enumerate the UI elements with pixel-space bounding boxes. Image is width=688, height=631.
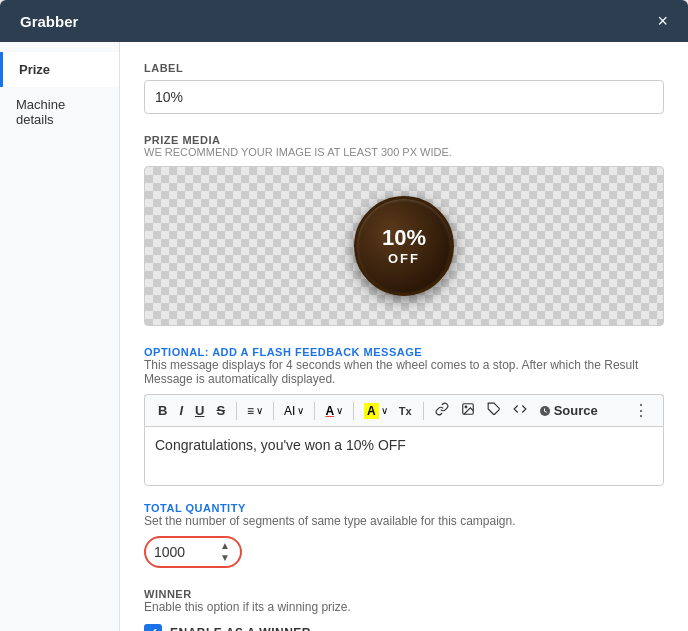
source-button[interactable]: Source xyxy=(534,400,603,421)
clear-format-button[interactable]: Tx xyxy=(394,402,417,420)
embed-icon xyxy=(513,402,527,416)
sidebar: Prize Machine details xyxy=(0,42,120,631)
total-quantity-section: TOTAL QUANTITY Set the number of segment… xyxy=(144,502,664,568)
toolbar-divider-5 xyxy=(423,402,424,420)
total-qty-hint: Set the number of segments of same type … xyxy=(144,514,664,528)
checkmark-icon: ✓ xyxy=(148,626,158,631)
image-icon xyxy=(461,402,475,416)
winner-title: WINNER xyxy=(144,588,664,600)
toolbar-more-button[interactable]: ⋮ xyxy=(627,399,655,422)
prize-media-label: PRIZE MEDIA xyxy=(144,134,664,146)
text-color-dropdown[interactable]: A ∨ xyxy=(321,402,347,420)
quantity-up-button[interactable]: ▲ xyxy=(218,540,232,552)
modal-body: Prize Machine details LABEL PRIZE MEDIA … xyxy=(0,42,688,631)
content-area: LABEL PRIZE MEDIA WE RECOMMEND YOUR IMAG… xyxy=(120,42,688,631)
grabber-modal: Grabber × Prize Machine details LABEL PR… xyxy=(0,0,688,631)
label-section: LABEL xyxy=(144,62,664,114)
puzzle-icon xyxy=(487,402,501,416)
bg-color-dropdown[interactable]: A ∨ xyxy=(360,401,392,421)
flash-feedback-section: OPTIONAL: ADD A FLASH FEEDBACK MESSAGE T… xyxy=(144,346,664,486)
prize-media-hint: WE RECOMMEND YOUR IMAGE IS AT LEAST 300 … xyxy=(144,146,664,158)
total-qty-title: TOTAL QUANTITY xyxy=(144,502,664,514)
badge-off: OFF xyxy=(388,251,420,266)
link-icon xyxy=(435,402,449,416)
badge-percent: 10% xyxy=(382,226,426,250)
sidebar-item-prize[interactable]: Prize xyxy=(0,52,119,87)
winner-section: WINNER Enable this option if its a winni… xyxy=(144,588,664,631)
toolbar-divider-3 xyxy=(314,402,315,420)
image-button[interactable] xyxy=(456,399,480,422)
link-button[interactable] xyxy=(430,399,454,422)
prize-media-section: PRIZE MEDIA WE RECOMMEND YOUR IMAGE IS A… xyxy=(144,134,664,326)
close-button[interactable]: × xyxy=(657,12,668,30)
winner-checkbox[interactable]: ✓ xyxy=(144,624,162,631)
quantity-input-wrap: ▲ ▼ xyxy=(144,536,242,568)
underline-button[interactable]: U xyxy=(190,400,209,421)
editor-body[interactable]: Congratulations, you've won a 10% OFF xyxy=(144,426,664,486)
puzzle-button[interactable] xyxy=(482,399,506,422)
winner-hint: Enable this option if its a winning priz… xyxy=(144,600,664,614)
modal-header: Grabber × xyxy=(0,0,688,42)
label-input[interactable] xyxy=(144,80,664,114)
sidebar-item-machine-details[interactable]: Machine details xyxy=(0,87,119,137)
editor-content: Congratulations, you've won a 10% OFF xyxy=(155,437,406,453)
italic-button[interactable]: I xyxy=(174,400,188,421)
winner-checkbox-row: ✓ ENABLE AS A WINNER xyxy=(144,624,664,631)
toolbar-divider-1 xyxy=(236,402,237,420)
prize-badge: 10% OFF xyxy=(354,196,454,296)
toolbar-divider-2 xyxy=(273,402,274,420)
svg-point-1 xyxy=(465,406,467,408)
align-dropdown[interactable]: ≡ ∨ xyxy=(243,402,267,420)
prize-media-area[interactable]: 10% OFF xyxy=(144,166,664,326)
modal-title: Grabber xyxy=(20,13,78,30)
bold-button[interactable]: B xyxy=(153,400,172,421)
quantity-input[interactable] xyxy=(154,544,214,560)
toolbar-divider-4 xyxy=(353,402,354,420)
quantity-spinners: ▲ ▼ xyxy=(218,540,232,564)
label-field-label: LABEL xyxy=(144,62,664,74)
embed-button[interactable] xyxy=(508,399,532,422)
flash-hint: This message displays for 4 seconds when… xyxy=(144,358,664,386)
ai-dropdown[interactable]: AI ∨ xyxy=(280,402,308,420)
editor-toolbar: B I U S ≡ ∨ AI ∨ A xyxy=(144,394,664,426)
winner-checkbox-label: ENABLE AS A WINNER xyxy=(170,626,311,631)
source-icon xyxy=(539,405,551,417)
quantity-down-button[interactable]: ▼ xyxy=(218,552,232,564)
strikethrough-button[interactable]: S xyxy=(211,400,230,421)
flash-title: OPTIONAL: ADD A FLASH FEEDBACK MESSAGE xyxy=(144,346,664,358)
